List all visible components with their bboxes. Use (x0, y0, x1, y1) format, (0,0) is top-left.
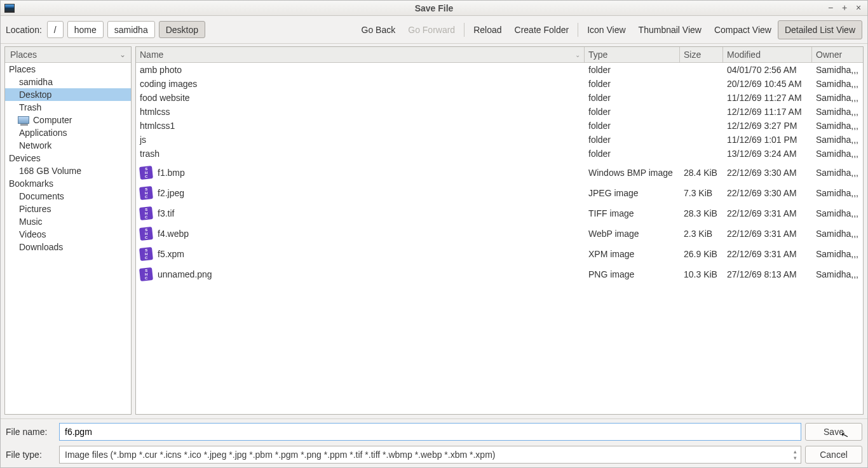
cell-owner: Samidha,,, (812, 148, 863, 159)
sidebar-item[interactable]: Documents (5, 190, 131, 203)
cell-owner: Samidha,,, (812, 92, 863, 104)
column-header-size[interactable]: Size (680, 47, 723, 62)
table-row[interactable]: SHCf2.jpegJPEG image7.3 KiB22/12/69 3:30… (136, 185, 863, 201)
toolbar: Location: /homesamidhaDesktop Go Back Go… (1, 16, 867, 44)
table-row[interactable]: food websitefolder11/12/69 11:27 AMSamid… (136, 91, 863, 105)
sidebar-item-label: Desktop (19, 90, 51, 100)
table-row[interactable]: amb photofolder04/01/70 2:56 AMSamidha,,… (136, 63, 863, 77)
table-row[interactable]: SHCf1.bmpWindows BMP image28.4 KiB22/12/… (136, 164, 863, 181)
cell-owner: Samidha,,, (812, 134, 863, 145)
cell-name: food website (136, 92, 585, 104)
table-row[interactable]: SHCunnamed.pngPNG image10.3 KiB27/12/69 … (136, 266, 863, 283)
sidebar-item[interactable]: Network (5, 139, 131, 152)
cell-type: folder (585, 78, 680, 90)
filetype-value: Image files (*.bmp *.cur *.icns *.ico *.… (65, 450, 495, 460)
thumbnail-view-button[interactable]: Thumbnail View (632, 21, 708, 39)
cell-owner: Samidha,,, (812, 106, 863, 117)
select-arrows-icon: ▴▾ (794, 448, 797, 461)
image-file-icon: SHC (139, 166, 153, 180)
filename-input[interactable] (59, 423, 801, 441)
sidebar-group-label: Devices (5, 152, 131, 164)
cell-size: 28.4 KiB (680, 167, 723, 178)
cell-owner: Samidha,,, (812, 228, 863, 239)
sidebar-item[interactable]: Applications (5, 126, 131, 139)
cell-size (680, 111, 723, 112)
sidebar-item[interactable]: Pictures (5, 203, 131, 215)
window-title: Save File (1, 3, 867, 13)
cell-modified: 04/01/70 2:56 AM (723, 64, 812, 76)
sidebar-item[interactable]: Music (5, 215, 131, 228)
go-back-button[interactable]: Go Back (355, 21, 402, 39)
maximize-button[interactable]: + (839, 3, 850, 13)
column-header-modified[interactable]: Modified (723, 47, 812, 62)
table-row[interactable]: SHCf3.tifTIFF image28.3 KiB22/12/69 3:31… (136, 205, 863, 222)
table-row[interactable]: SHCf4.webpWebP image2.3 KiB22/12/69 3:31… (136, 225, 863, 242)
filetype-select[interactable]: Image files (*.bmp *.cur *.icns *.ico *.… (59, 446, 801, 464)
image-file-icon: SHC (139, 247, 153, 261)
cell-type: PNG image (585, 269, 680, 280)
minimize-button[interactable]: − (825, 3, 836, 13)
cancel-button[interactable]: Cancel (805, 446, 862, 464)
go-forward-button[interactable]: Go Forward (402, 21, 461, 39)
sort-indicator-icon: ⌄ (575, 51, 580, 58)
table-row[interactable]: htmlcss1folder12/12/69 3:27 PMSamidha,,, (136, 119, 863, 133)
sidebar-item[interactable]: Downloads (5, 241, 131, 253)
cell-type: Windows BMP image (585, 167, 680, 178)
compact-view-button[interactable]: Compact View (708, 21, 778, 39)
cell-name: SHCf1.bmp (136, 166, 585, 180)
window-controls: − + × (825, 3, 867, 13)
reload-button[interactable]: Reload (467, 21, 508, 39)
table-row[interactable]: jsfolder11/12/69 1:01 PMSamidha,,, (136, 133, 863, 147)
main-area: Places ⌄ PlacessamidhaDesktopTrashComput… (1, 44, 867, 418)
cell-type: TIFF image (585, 208, 680, 219)
close-button[interactable]: × (853, 3, 864, 13)
column-header-type[interactable]: Type (585, 47, 680, 62)
sidebar-item-label: Videos (19, 229, 46, 239)
sidebar-item[interactable]: Videos (5, 228, 131, 241)
cell-size (680, 139, 723, 140)
titlebar: Save File − + × (1, 1, 867, 16)
sidebar-header[interactable]: Places ⌄ (5, 47, 131, 63)
cell-modified: 20/12/69 10:45 AM (723, 78, 812, 90)
sidebar-item[interactable]: Trash (5, 101, 131, 114)
sidebar-item-label: Pictures (19, 204, 51, 214)
column-header-name[interactable]: Name ⌄ (136, 47, 585, 62)
sidebar-item[interactable]: Computer (5, 114, 131, 126)
breadcrumb: /homesamidhaDesktop (47, 21, 205, 38)
image-file-icon: SHC (139, 206, 153, 220)
cell-size (680, 83, 723, 84)
cell-owner: Samidha,,, (812, 208, 863, 219)
path-segment[interactable]: Desktop (159, 21, 205, 38)
image-file-icon: SHC (139, 267, 153, 281)
column-header-owner[interactable]: Owner (812, 47, 863, 62)
save-file-dialog: Save File − + × Location: /homesamidhaDe… (0, 0, 868, 468)
cell-size: 26.9 KiB (680, 248, 723, 260)
table-row[interactable]: htmlcssfolder12/12/69 11:17 AMSamidha,,, (136, 105, 863, 119)
create-folder-button[interactable]: Create Folder (508, 21, 576, 39)
computer-icon (18, 116, 29, 124)
cell-name: amb photo (136, 64, 585, 76)
detailed-list-view-button[interactable]: Detailed List View (778, 20, 862, 39)
table-row[interactable]: SHCf5.xpmXPM image26.9 KiB22/12/69 3:31 … (136, 246, 863, 262)
cell-owner: Samidha,,, (812, 248, 863, 260)
sidebar-header-label: Places (10, 50, 37, 60)
table-row[interactable]: trashfolder13/12/69 3:24 AMSamidha,,, (136, 147, 863, 161)
separator (464, 23, 465, 37)
sidebar-item-label: Music (19, 217, 43, 227)
table-row[interactable]: coding imagesfolder20/12/69 10:45 AMSami… (136, 77, 863, 91)
path-segment[interactable]: samidha (107, 21, 155, 38)
path-segment[interactable]: / (47, 21, 64, 38)
cell-owner: Samidha,,, (812, 64, 863, 76)
cell-size (680, 69, 723, 70)
sidebar-item[interactable]: samidha (5, 76, 131, 88)
sidebar-item[interactable]: 168 GB Volume (5, 164, 131, 177)
sidebar-item[interactable]: Desktop (5, 88, 131, 101)
path-segment[interactable]: home (67, 21, 104, 38)
file-list-body[interactable]: amb photofolder04/01/70 2:56 AMSamidha,,… (136, 63, 863, 414)
sidebar-group-label: Places (5, 63, 131, 76)
save-button[interactable]: Save ↖ (805, 423, 862, 441)
icon-view-button[interactable]: Icon View (581, 21, 632, 39)
cell-type: folder (585, 148, 680, 159)
image-file-icon: SHC (139, 186, 153, 200)
cell-modified: 12/12/69 11:17 AM (723, 106, 812, 117)
